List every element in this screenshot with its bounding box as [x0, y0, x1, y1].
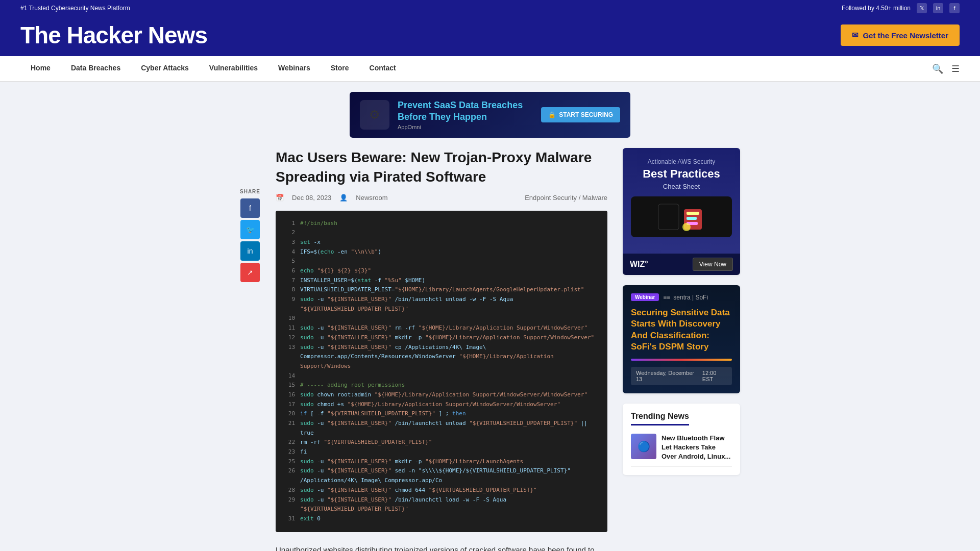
article-paragraph-1: Unauthorized websites distributing troja… — [276, 543, 607, 551]
nav-vulnerabilities[interactable]: Vulnerabilities — [199, 56, 268, 82]
ad-banner[interactable]: ⚙ Prevent SaaS Data Breaches Before They… — [350, 92, 630, 138]
newsletter-button[interactable]: ✉ Get the Free Newsletter — [841, 24, 960, 46]
article-meta: 📅 Dec 08, 2023 👤 Newsroom Endpoint Secur… — [276, 194, 607, 202]
nav-icons: 🔍 ☰ — [932, 63, 960, 74]
aws-ad-content: Actionable AWS Security Best Practices C… — [623, 148, 740, 254]
trending-title: Trending News — [631, 412, 689, 425]
sentra-time: 12:00 EST — [702, 370, 727, 382]
article-date: Dec 08, 2023 — [292, 194, 331, 202]
tagline: #1 Trusted Cybersecurity News Platform — [20, 5, 130, 12]
wiz-logo: WIZ° — [630, 260, 648, 269]
sentra-ad[interactable]: Webinar ≡≡ sentra | SoFi Securing Sensit… — [623, 285, 740, 393]
aws-ad-sub2: Cheat Sheet — [631, 183, 732, 190]
view-now-button[interactable]: View Now — [693, 258, 733, 271]
sentra-footer: Wednesday, December 13 12:00 EST — [631, 367, 732, 385]
menu-button[interactable]: ☰ — [951, 63, 960, 74]
nav-webinars[interactable]: Webinars — [268, 56, 321, 82]
ad-cta-button[interactable]: 🔒 START SECURING — [541, 107, 620, 122]
svg-rect-2 — [687, 212, 699, 215]
share-linkedin-button[interactable]: in — [240, 241, 260, 261]
facebook-icon[interactable]: f — [949, 3, 960, 13]
ad-text: Prevent SaaS Data Breaches Before They H… — [398, 99, 533, 131]
nav-store[interactable]: Store — [321, 56, 359, 82]
sentra-title: Securing Sensitive Data Starts With Disc… — [631, 307, 732, 352]
trending-text[interactable]: New Bluetooth Flaw Let Hackers Take Over… — [662, 434, 732, 462]
linkedin-icon[interactable]: in — [933, 3, 943, 13]
nav-contact[interactable]: Contact — [359, 56, 406, 82]
sentra-top: Webinar ≡≡ sentra | SoFi — [631, 293, 732, 301]
article-author[interactable]: Newsroom — [356, 194, 387, 202]
article-body: Unauthorized websites distributing troja… — [276, 543, 607, 551]
ad-logo: ⚙ — [360, 100, 389, 130]
share-facebook-button[interactable]: f — [240, 198, 260, 218]
appomni-icon: ⚙ — [369, 108, 380, 122]
email-icon: ✉ — [852, 31, 859, 40]
ad-brand: AppOmni — [398, 124, 533, 130]
aws-ad-image — [631, 196, 732, 237]
calendar-icon: 📅 — [276, 194, 284, 202]
article-image: 1#!/bin/bash 2 3set -x 4IFS=$(echo -en "… — [276, 211, 607, 532]
trending-thumb: 🔵 — [631, 434, 656, 459]
share-twitter-button[interactable]: 🐦 — [240, 220, 260, 239]
article-title: Mac Users Beware: New Trojan-Proxy Malwa… — [276, 148, 607, 187]
article-categories: Endpoint Security / Malware — [525, 194, 607, 202]
svg-rect-0 — [658, 204, 679, 230]
search-button[interactable]: 🔍 — [932, 63, 943, 74]
twitter-icon[interactable]: 𝕏 — [917, 3, 927, 13]
nav-home[interactable]: Home — [20, 56, 61, 82]
gradient-bar — [631, 359, 732, 361]
main-header: The Hacker News ✉ Get the Free Newslette… — [0, 16, 980, 56]
trending-section: Trending News 🔵 New Bluetooth Flaw Let H… — [623, 404, 740, 475]
code-block: 1#!/bin/bash 2 3set -x 4IFS=$(echo -en "… — [276, 211, 607, 532]
site-title[interactable]: The Hacker News — [20, 21, 207, 49]
sidebar: Actionable AWS Security Best Practices C… — [623, 148, 740, 551]
outer-wrap: SHARE f 🐦 in ↗ Mac Users Beware: New Tro… — [209, 148, 771, 551]
article-main: Mac Users Beware: New Trojan-Proxy Malwa… — [276, 148, 607, 551]
wiz-bar: WIZ° View Now — [623, 254, 740, 275]
aws-ad-title: Best Practices — [631, 167, 732, 181]
author-icon: 👤 — [339, 194, 348, 202]
share-sidebar: SHARE f 🐦 in ↗ — [240, 148, 260, 551]
trending-item: 🔵 New Bluetooth Flaw Let Hackers Take Ov… — [631, 429, 732, 467]
meta-left: 📅 Dec 08, 2023 👤 Newsroom — [276, 194, 387, 202]
nav-data-breaches[interactable]: Data Breaches — [61, 56, 131, 82]
svg-point-5 — [682, 223, 691, 231]
sentra-logos: ≡≡ sentra | SoFi — [663, 294, 708, 301]
sentra-date: Wednesday, December 13 — [636, 370, 697, 382]
ad-banner-wrap: ⚙ Prevent SaaS Data Breaches Before They… — [0, 82, 980, 148]
nav-cyber-attacks[interactable]: Cyber Attacks — [131, 56, 199, 82]
top-bar-right: Followed by 4.50+ million 𝕏 in f — [842, 3, 960, 13]
aws-ad-subtitle: Actionable AWS Security — [631, 158, 732, 165]
top-bar: #1 Trusted Cybersecurity News Platform F… — [0, 0, 980, 16]
ad-headline: Prevent SaaS Data Breaches Before They H… — [398, 99, 533, 123]
share-other-button[interactable]: ↗ — [240, 263, 260, 282]
svg-rect-3 — [687, 217, 697, 220]
ad-headline-highlight: Prevent — [398, 100, 431, 110]
nav-bar: Home Data Breaches Cyber Attacks Vulnera… — [0, 56, 980, 82]
webinar-badge: Webinar — [631, 293, 659, 301]
main-nav: Home Data Breaches Cyber Attacks Vulnera… — [20, 56, 932, 82]
social-follower-count: Followed by 4.50+ million — [842, 5, 911, 12]
lock-icon: 🔒 — [548, 111, 556, 118]
aws-ad[interactable]: Actionable AWS Security Best Practices C… — [623, 148, 740, 275]
trending-link[interactable]: New Bluetooth Flaw Let Hackers Take Over… — [662, 434, 730, 460]
share-label: SHARE — [240, 189, 260, 194]
